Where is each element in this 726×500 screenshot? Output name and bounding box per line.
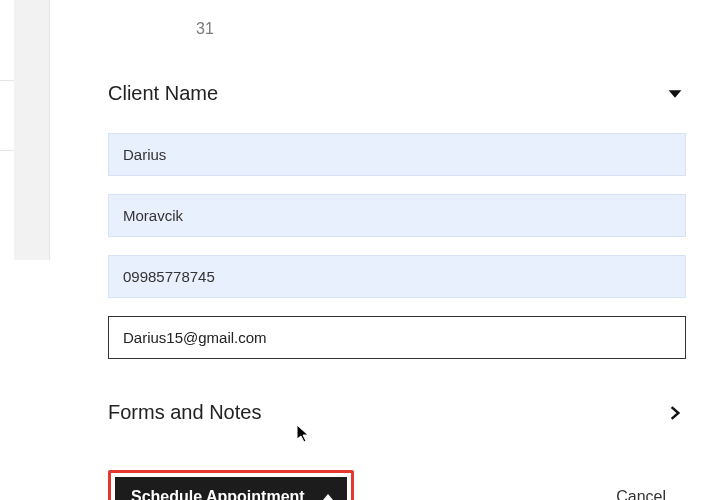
cancel-button[interactable]: Cancel xyxy=(616,488,666,500)
caret-up-icon xyxy=(323,494,333,500)
phone-input[interactable] xyxy=(108,255,686,298)
schedule-highlight: Schedule Appointment xyxy=(108,470,354,500)
email-input[interactable] xyxy=(108,316,686,359)
first-name-input[interactable] xyxy=(108,133,686,176)
calendar-day[interactable]: 31 xyxy=(196,20,214,38)
client-name-label: Client Name xyxy=(108,82,218,105)
forms-notes-section-header[interactable]: Forms and Notes xyxy=(108,401,686,424)
footer-actions: Schedule Appointment Cancel xyxy=(108,470,686,500)
appointment-panel: 31 Client Name Forms and Notes Schedule … xyxy=(68,0,726,500)
schedule-appointment-button[interactable]: Schedule Appointment xyxy=(115,477,347,500)
chevron-down-icon xyxy=(664,83,686,105)
forms-notes-label: Forms and Notes xyxy=(108,401,261,424)
chevron-right-icon xyxy=(664,402,686,424)
last-name-input[interactable] xyxy=(108,194,686,237)
calendar-sidebar-fragment xyxy=(14,0,50,260)
client-fields xyxy=(108,133,686,377)
schedule-appointment-label: Schedule Appointment xyxy=(131,488,305,500)
client-name-section-header[interactable]: Client Name xyxy=(108,82,686,105)
